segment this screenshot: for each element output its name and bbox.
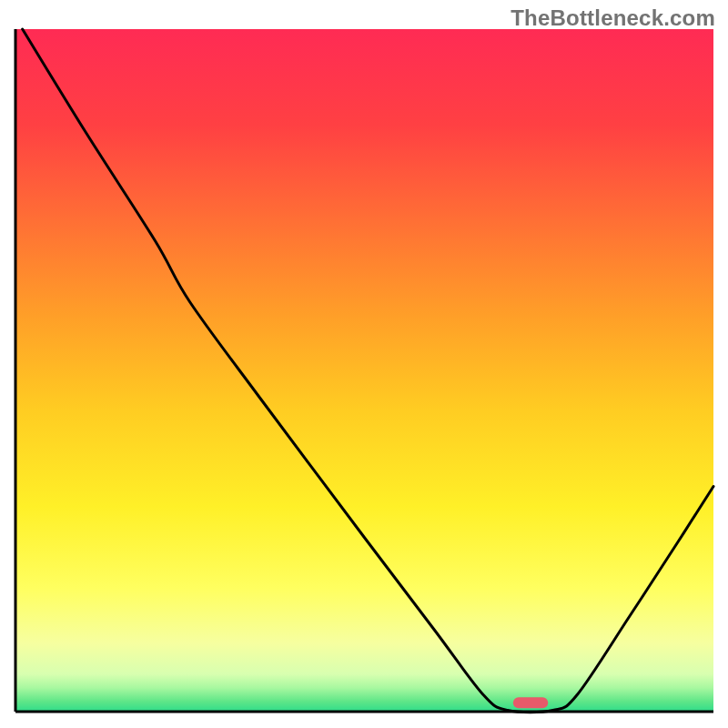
gradient-background (15, 29, 713, 712)
bottleneck-chart: TheBottleneck.com (0, 0, 728, 728)
optimal-marker (513, 697, 548, 708)
watermark-text: TheBottleneck.com (511, 5, 715, 31)
chart-svg (0, 0, 728, 728)
